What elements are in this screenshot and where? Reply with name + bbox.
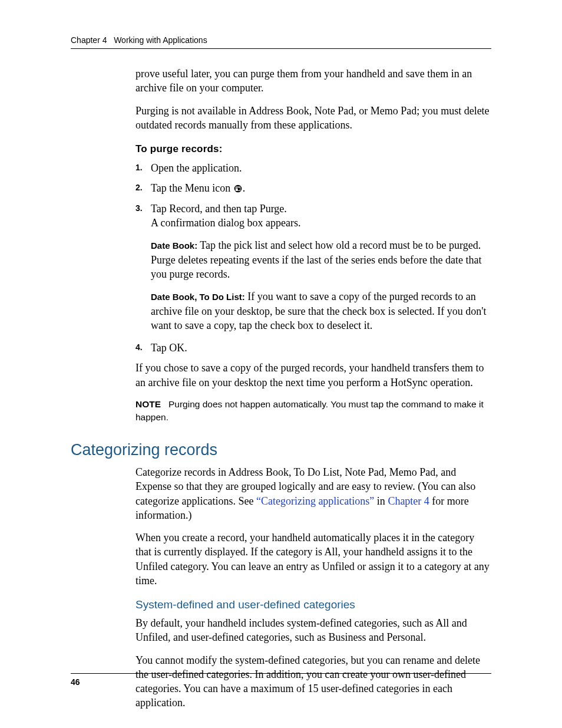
- step-3-sub3: Date Book, To Do List: If you want to sa…: [151, 289, 491, 332]
- step-text: Tap OK.: [151, 342, 187, 354]
- menu-icon: [234, 182, 242, 190]
- step-number: 2.: [135, 182, 143, 193]
- section-p1-b: in: [374, 495, 388, 507]
- procedure-note: NOTE Purging does not happen automatical…: [135, 398, 491, 424]
- procedure-heading: To purge records:: [135, 143, 491, 156]
- step-number: 3.: [135, 203, 143, 214]
- date-book-todo-label: Date Book, To Do List:: [151, 292, 245, 302]
- step-text-prefix: Tap the Menu icon: [151, 182, 233, 194]
- procedure-after: If you chose to save a copy of the purge…: [135, 361, 491, 390]
- link-categorizing-applications[interactable]: “Categorizing applications”: [256, 495, 374, 507]
- svg-rect-3: [236, 189, 238, 191]
- step-3-sub2: Date Book: Tap the pick list and select …: [151, 238, 491, 281]
- procedure-steps: 1. Open the application. 2. Tap the Menu…: [135, 161, 491, 355]
- subsection-heading-categories: System-defined and user-defined categori…: [135, 597, 491, 612]
- step-2: 2. Tap the Menu icon .: [135, 181, 491, 195]
- page: Chapter 4 Working with Applications prov…: [0, 0, 562, 728]
- intro-p1: prove useful later, you can purge them f…: [135, 67, 491, 95]
- note-text: Purging does not happen automatically. Y…: [135, 399, 484, 422]
- chapter-label: Chapter 4: [71, 35, 107, 45]
- step-3: 3. Tap Record, and then tap Purge. A con…: [135, 202, 491, 332]
- step-number: 1.: [135, 162, 143, 173]
- section-heading-categorizing: Categorizing records: [71, 441, 491, 459]
- note-label: NOTE: [135, 399, 161, 409]
- step-text: Tap Record, and then tap Purge.: [151, 203, 287, 215]
- step-text-suffix: .: [243, 182, 246, 194]
- date-book-text: Tap the pick list and select how old a r…: [151, 239, 481, 280]
- body-content: prove useful later, you can purge them f…: [135, 67, 491, 424]
- link-chapter-4[interactable]: Chapter 4: [388, 495, 429, 507]
- date-book-label: Date Book:: [151, 241, 197, 251]
- section-p3: By default, your handheld includes syste…: [135, 616, 491, 645]
- step-1: 1. Open the application.: [135, 161, 491, 175]
- section-p2: When you create a record, your handheld …: [135, 531, 491, 588]
- page-number: 46: [71, 673, 491, 687]
- intro-p2: Purging is not available in Address Book…: [135, 104, 491, 133]
- svg-point-0: [234, 185, 242, 193]
- step-3-sub1: A confirmation dialog box appears.: [151, 216, 491, 230]
- section-p1: Categorize records in Address Book, To D…: [135, 465, 491, 522]
- step-number: 4.: [135, 342, 143, 353]
- step-text: Open the application.: [151, 162, 242, 174]
- running-header: Chapter 4 Working with Applications: [71, 35, 491, 49]
- step-4: 4. Tap OK.: [135, 341, 491, 355]
- chapter-title: Working with Applications: [114, 35, 207, 45]
